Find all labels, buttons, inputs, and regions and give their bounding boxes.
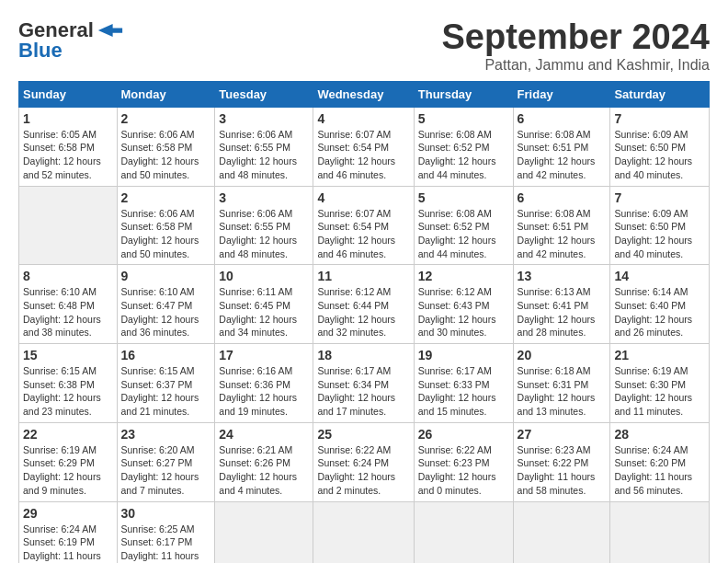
calendar-day-27: 27Sunrise: 6:23 AMSunset: 6:22 PMDayligh… (513, 422, 610, 501)
calendar-day-15: 15Sunrise: 6:15 AMSunset: 6:38 PMDayligh… (19, 344, 118, 423)
header-tuesday: Tuesday (215, 81, 313, 107)
logo: General Blue (18, 18, 123, 63)
header-sunday: Sunday (19, 81, 118, 107)
calendar-day-empty (215, 501, 313, 563)
calendar-day-1: 1Sunrise: 6:05 AMSunset: 6:58 PMDaylight… (19, 107, 118, 186)
calendar-day-4: 4Sunrise: 6:07 AMSunset: 6:54 PMDaylight… (313, 107, 414, 186)
svg-marker-0 (98, 24, 122, 37)
header-friday: Friday (513, 81, 610, 107)
calendar-day-14: 14Sunrise: 6:14 AMSunset: 6:40 PMDayligh… (610, 265, 710, 344)
calendar-day-25: 25Sunrise: 6:22 AMSunset: 6:24 PMDayligh… (313, 422, 414, 501)
title-block: September 2024 Pattan, Jammu and Kashmir… (442, 18, 711, 74)
calendar-day-16: 16Sunrise: 6:15 AMSunset: 6:37 PMDayligh… (117, 344, 215, 423)
calendar-day-29: 29Sunrise: 6:24 AMSunset: 6:19 PMDayligh… (19, 501, 118, 563)
calendar-day-10: 10Sunrise: 6:11 AMSunset: 6:45 PMDayligh… (215, 265, 313, 344)
calendar-week-0: 1Sunrise: 6:05 AMSunset: 6:58 PMDaylight… (19, 107, 710, 186)
logo-blue: Blue (18, 39, 63, 63)
calendar-day-26: 26Sunrise: 6:22 AMSunset: 6:23 PMDayligh… (414, 422, 513, 501)
calendar-week-1: 2Sunrise: 6:06 AMSunset: 6:58 PMDaylight… (19, 186, 710, 265)
calendar-week-3: 15Sunrise: 6:15 AMSunset: 6:38 PMDayligh… (19, 344, 710, 423)
calendar-day-empty (414, 501, 513, 563)
calendar-week-4: 22Sunrise: 6:19 AMSunset: 6:29 PMDayligh… (19, 422, 710, 501)
calendar-day-19: 19Sunrise: 6:17 AMSunset: 6:33 PMDayligh… (414, 344, 513, 423)
calendar-day-28: 28Sunrise: 6:24 AMSunset: 6:20 PMDayligh… (610, 422, 710, 501)
calendar-day-12: 12Sunrise: 6:12 AMSunset: 6:43 PMDayligh… (414, 265, 513, 344)
calendar-day-24: 24Sunrise: 6:21 AMSunset: 6:26 PMDayligh… (215, 422, 313, 501)
header-monday: Monday (117, 81, 215, 107)
calendar-day-21: 21Sunrise: 6:19 AMSunset: 6:30 PMDayligh… (610, 344, 710, 423)
page-header: General Blue September 2024 Pattan, Jamm… (18, 18, 710, 74)
calendar-day-empty (19, 186, 118, 265)
calendar-day-8: 8Sunrise: 6:10 AMSunset: 6:48 PMDaylight… (19, 265, 118, 344)
calendar-week-5: 29Sunrise: 6:24 AMSunset: 6:19 PMDayligh… (19, 501, 710, 563)
day-number: 1 (23, 111, 113, 126)
calendar-day-5: 5Sunrise: 6:08 AMSunset: 6:52 PMDaylight… (414, 186, 513, 265)
location-subtitle: Pattan, Jammu and Kashmir, India (442, 57, 711, 74)
calendar-day-30: 30Sunrise: 6:25 AMSunset: 6:17 PMDayligh… (117, 501, 215, 563)
calendar-day-7: 7Sunrise: 6:09 AMSunset: 6:50 PMDaylight… (610, 186, 710, 265)
calendar-day-13: 13Sunrise: 6:13 AMSunset: 6:41 PMDayligh… (513, 265, 610, 344)
calendar-header-row: SundayMondayTuesdayWednesdayThursdayFrid… (19, 81, 710, 107)
calendar-day-empty (610, 501, 710, 563)
header-saturday: Saturday (610, 81, 710, 107)
calendar-day-3: 3Sunrise: 6:06 AMSunset: 6:55 PMDaylight… (215, 186, 313, 265)
calendar-day-2: 2Sunrise: 6:06 AMSunset: 6:58 PMDaylight… (117, 107, 215, 186)
calendar-day-5: 5Sunrise: 6:08 AMSunset: 6:52 PMDaylight… (414, 107, 513, 186)
month-title: September 2024 (442, 18, 711, 57)
calendar-day-7: 7Sunrise: 6:09 AMSunset: 6:50 PMDaylight… (610, 107, 710, 186)
calendar-day-20: 20Sunrise: 6:18 AMSunset: 6:31 PMDayligh… (513, 344, 610, 423)
calendar-week-2: 8Sunrise: 6:10 AMSunset: 6:48 PMDaylight… (19, 265, 710, 344)
calendar-day-17: 17Sunrise: 6:16 AMSunset: 6:36 PMDayligh… (215, 344, 313, 423)
logo-arrow-icon (97, 24, 123, 37)
calendar-day-23: 23Sunrise: 6:20 AMSunset: 6:27 PMDayligh… (117, 422, 215, 501)
calendar-day-2: 2Sunrise: 6:06 AMSunset: 6:58 PMDaylight… (117, 186, 215, 265)
calendar-body: 1Sunrise: 6:05 AMSunset: 6:58 PMDaylight… (19, 107, 710, 563)
day-info: Sunrise: 6:05 AMSunset: 6:58 PMDaylight:… (23, 129, 101, 180)
calendar-day-empty (313, 501, 414, 563)
calendar-day-4: 4Sunrise: 6:07 AMSunset: 6:54 PMDaylight… (313, 186, 414, 265)
calendar-day-18: 18Sunrise: 6:17 AMSunset: 6:34 PMDayligh… (313, 344, 414, 423)
calendar-day-9: 9Sunrise: 6:10 AMSunset: 6:47 PMDaylight… (117, 265, 215, 344)
calendar-day-22: 22Sunrise: 6:19 AMSunset: 6:29 PMDayligh… (19, 422, 118, 501)
calendar-table: SundayMondayTuesdayWednesdayThursdayFrid… (18, 81, 710, 563)
calendar-day-6: 6Sunrise: 6:08 AMSunset: 6:51 PMDaylight… (513, 107, 610, 186)
header-thursday: Thursday (414, 81, 513, 107)
header-wednesday: Wednesday (313, 81, 414, 107)
calendar-day-6: 6Sunrise: 6:08 AMSunset: 6:51 PMDaylight… (513, 186, 610, 265)
calendar-day-empty (513, 501, 610, 563)
calendar-day-3: 3Sunrise: 6:06 AMSunset: 6:55 PMDaylight… (215, 107, 313, 186)
calendar-day-11: 11Sunrise: 6:12 AMSunset: 6:44 PMDayligh… (313, 265, 414, 344)
